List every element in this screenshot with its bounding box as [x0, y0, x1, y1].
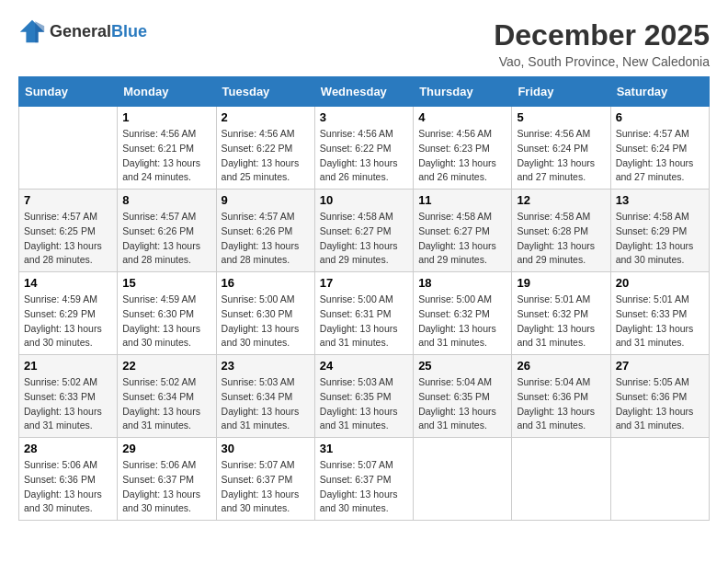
calendar-week-row: 28Sunrise: 5:06 AMSunset: 6:36 PMDayligh…	[19, 438, 710, 521]
calendar-cell: 10Sunrise: 4:58 AMSunset: 6:27 PMDayligh…	[314, 190, 413, 272]
day-number: 2	[222, 110, 310, 124]
cell-content: Sunrise: 4:56 AMSunset: 6:24 PMDaylight:…	[517, 127, 605, 185]
day-number: 11	[418, 193, 506, 207]
calendar-cell: 7Sunrise: 4:57 AMSunset: 6:25 PMDaylight…	[19, 190, 118, 272]
cell-content: Sunrise: 5:07 AMSunset: 6:37 PMDaylight:…	[320, 458, 408, 516]
calendar-cell: 23Sunrise: 5:03 AMSunset: 6:34 PMDayligh…	[216, 355, 314, 438]
svg-marker-1	[35, 21, 44, 42]
day-number: 29	[122, 442, 210, 455]
day-number: 16	[222, 276, 310, 290]
calendar-cell: 25Sunrise: 5:04 AMSunset: 6:35 PMDayligh…	[414, 355, 512, 438]
calendar-cell: 6Sunrise: 4:57 AMSunset: 6:24 PMDaylight…	[610, 107, 709, 190]
calendar-cell: 26Sunrise: 5:04 AMSunset: 6:36 PMDayligh…	[512, 355, 610, 438]
day-number: 13	[616, 193, 704, 207]
calendar-cell: 15Sunrise: 4:59 AMSunset: 6:30 PMDayligh…	[118, 272, 216, 355]
day-number: 12	[517, 193, 605, 207]
day-number: 19	[517, 276, 605, 290]
calendar-cell	[414, 438, 512, 521]
calendar-cell: 12Sunrise: 4:58 AMSunset: 6:28 PMDayligh…	[512, 190, 610, 272]
day-number: 24	[320, 359, 408, 373]
calendar-cell: 30Sunrise: 5:07 AMSunset: 6:37 PMDayligh…	[216, 438, 314, 521]
cell-content: Sunrise: 4:57 AMSunset: 6:24 PMDaylight:…	[616, 127, 704, 185]
cell-content: Sunrise: 4:56 AMSunset: 6:22 PMDaylight:…	[320, 127, 408, 185]
calendar-table: SundayMondayTuesdayWednesdayThursdayFrid…	[18, 76, 710, 521]
cell-content: Sunrise: 4:56 AMSunset: 6:22 PMDaylight:…	[222, 127, 310, 185]
day-number: 28	[24, 442, 112, 455]
day-number: 31	[320, 442, 408, 455]
day-number: 30	[222, 442, 310, 455]
calendar-cell	[512, 438, 610, 521]
day-number: 23	[222, 359, 310, 373]
calendar-cell: 16Sunrise: 5:00 AMSunset: 6:30 PMDayligh…	[216, 272, 314, 355]
day-number: 4	[418, 110, 506, 124]
calendar-cell: 9Sunrise: 4:57 AMSunset: 6:26 PMDaylight…	[216, 190, 314, 272]
day-header-saturday: Saturday	[610, 77, 709, 107]
calendar-cell: 19Sunrise: 5:01 AMSunset: 6:32 PMDayligh…	[512, 272, 610, 355]
cell-content: Sunrise: 5:07 AMSunset: 6:37 PMDaylight:…	[222, 458, 310, 516]
day-header-sunday: Sunday	[19, 77, 118, 107]
logo-icon	[18, 18, 46, 44]
calendar-cell: 17Sunrise: 5:00 AMSunset: 6:31 PMDayligh…	[314, 272, 413, 355]
calendar-cell: 3Sunrise: 4:56 AMSunset: 6:22 PMDaylight…	[314, 107, 413, 190]
calendar-cell: 14Sunrise: 4:59 AMSunset: 6:29 PMDayligh…	[19, 272, 118, 355]
day-number: 3	[320, 110, 408, 124]
cell-content: Sunrise: 4:56 AMSunset: 6:23 PMDaylight:…	[418, 127, 506, 185]
day-number: 9	[222, 193, 310, 207]
cell-content: Sunrise: 5:06 AMSunset: 6:37 PMDaylight:…	[122, 458, 210, 516]
header: General Blue December 2025 Vao, South Pr…	[18, 18, 710, 69]
cell-content: Sunrise: 4:58 AMSunset: 6:28 PMDaylight:…	[517, 210, 605, 268]
cell-content: Sunrise: 5:06 AMSunset: 6:36 PMDaylight:…	[24, 458, 112, 516]
cell-content: Sunrise: 5:05 AMSunset: 6:36 PMDaylight:…	[616, 375, 704, 433]
calendar-cell: 4Sunrise: 4:56 AMSunset: 6:23 PMDaylight…	[414, 107, 512, 190]
calendar-cell: 13Sunrise: 4:58 AMSunset: 6:29 PMDayligh…	[610, 190, 709, 272]
calendar-cell: 27Sunrise: 5:05 AMSunset: 6:36 PMDayligh…	[610, 355, 709, 438]
calendar-cell: 28Sunrise: 5:06 AMSunset: 6:36 PMDayligh…	[19, 438, 118, 521]
calendar-cell: 2Sunrise: 4:56 AMSunset: 6:22 PMDaylight…	[216, 107, 314, 190]
day-number: 26	[517, 359, 605, 373]
cell-content: Sunrise: 5:04 AMSunset: 6:35 PMDaylight:…	[418, 375, 506, 433]
day-number: 10	[320, 193, 408, 207]
calendar-cell	[610, 438, 709, 521]
calendar-cell: 29Sunrise: 5:06 AMSunset: 6:37 PMDayligh…	[118, 438, 216, 521]
title-area: December 2025 Vao, South Province, New C…	[494, 18, 710, 69]
calendar-cell: 8Sunrise: 4:57 AMSunset: 6:26 PMDaylight…	[118, 190, 216, 272]
day-number: 22	[122, 359, 210, 373]
logo-text-blue: Blue	[111, 22, 147, 41]
day-number: 5	[517, 110, 605, 124]
day-number: 14	[24, 276, 112, 290]
calendar-week-row: 1Sunrise: 4:56 AMSunset: 6:21 PMDaylight…	[19, 107, 710, 190]
cell-content: Sunrise: 4:59 AMSunset: 6:29 PMDaylight:…	[24, 293, 112, 350]
cell-content: Sunrise: 5:03 AMSunset: 6:35 PMDaylight:…	[320, 375, 408, 433]
day-number: 27	[616, 359, 704, 373]
day-header-friday: Friday	[512, 77, 610, 107]
calendar-week-row: 14Sunrise: 4:59 AMSunset: 6:29 PMDayligh…	[19, 272, 710, 355]
day-header-monday: Monday	[118, 77, 216, 107]
day-header-tuesday: Tuesday	[216, 77, 314, 107]
day-number: 20	[616, 276, 704, 290]
cell-content: Sunrise: 4:57 AMSunset: 6:26 PMDaylight:…	[122, 210, 210, 268]
cell-content: Sunrise: 5:03 AMSunset: 6:34 PMDaylight:…	[222, 375, 310, 433]
cell-content: Sunrise: 5:00 AMSunset: 6:32 PMDaylight:…	[418, 293, 506, 350]
calendar-cell: 5Sunrise: 4:56 AMSunset: 6:24 PMDaylight…	[512, 107, 610, 190]
cell-content: Sunrise: 5:02 AMSunset: 6:33 PMDaylight:…	[24, 375, 112, 433]
cell-content: Sunrise: 5:04 AMSunset: 6:36 PMDaylight:…	[517, 375, 605, 433]
day-number: 7	[24, 193, 112, 207]
calendar-week-row: 7Sunrise: 4:57 AMSunset: 6:25 PMDaylight…	[19, 190, 710, 272]
cell-content: Sunrise: 4:58 AMSunset: 6:29 PMDaylight:…	[616, 210, 704, 268]
calendar-cell	[19, 107, 118, 190]
cell-content: Sunrise: 4:57 AMSunset: 6:26 PMDaylight:…	[222, 210, 310, 268]
calendar-cell: 18Sunrise: 5:00 AMSunset: 6:32 PMDayligh…	[414, 272, 512, 355]
cell-content: Sunrise: 5:00 AMSunset: 6:30 PMDaylight:…	[222, 293, 310, 350]
calendar-cell: 22Sunrise: 5:02 AMSunset: 6:34 PMDayligh…	[118, 355, 216, 438]
day-number: 15	[122, 276, 210, 290]
day-number: 17	[320, 276, 408, 290]
day-number: 8	[122, 193, 210, 207]
cell-content: Sunrise: 4:59 AMSunset: 6:30 PMDaylight:…	[122, 293, 210, 350]
logo: General Blue	[18, 18, 147, 44]
cell-content: Sunrise: 4:58 AMSunset: 6:27 PMDaylight:…	[418, 210, 506, 268]
day-number: 1	[122, 110, 210, 124]
cell-content: Sunrise: 4:56 AMSunset: 6:21 PMDaylight:…	[122, 127, 210, 185]
day-header-wednesday: Wednesday	[314, 77, 413, 107]
calendar-cell: 24Sunrise: 5:03 AMSunset: 6:35 PMDayligh…	[314, 355, 413, 438]
day-number: 25	[418, 359, 506, 373]
